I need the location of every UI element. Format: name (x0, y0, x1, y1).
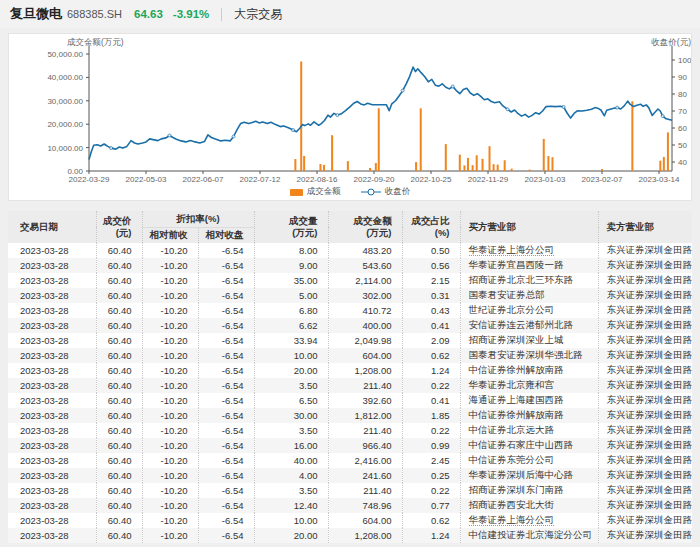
svg-text:50,000.00: 50,000.00 (47, 50, 83, 59)
cell-seller: 东兴证券深圳金田路 (598, 348, 692, 363)
cell-rel-prev-close: -10.20 (142, 243, 198, 258)
cell-price: 60.40 (96, 453, 142, 468)
legend-item-close[interactable]: 收盘价 (361, 186, 411, 198)
svg-text:2022-10-25: 2022-10-25 (411, 175, 452, 184)
table-row: 2023-03-2860.40-10.20-6.5420.001,208.001… (8, 363, 692, 378)
cell-price: 60.40 (96, 333, 142, 348)
cell-amount: 400.00 (328, 318, 402, 333)
cell-rel-close: -6.54 (198, 288, 254, 303)
cell-seller: 东兴证券深圳金田路 (598, 528, 692, 543)
svg-text:收盘价(元): 收盘价(元) (651, 37, 691, 47)
buyer-branch-link[interactable]: 华泰证券上海分公司 (469, 244, 555, 256)
cell-seller: 东兴证券深圳金田路 (598, 423, 692, 438)
cell-ratio: 0.31 (402, 288, 460, 303)
cell-rel-close: -6.54 (198, 348, 254, 363)
table-header: 交易日期 成交价(元) 折扣率(%) 成交量(万元) 成交金额(万元) 成交占比… (8, 211, 692, 243)
svg-text:2022-03-29: 2022-03-29 (69, 175, 110, 184)
cell-volume: 30.00 (254, 408, 328, 423)
cell-price: 60.40 (96, 408, 142, 423)
cell-amount: 1,208.00 (328, 528, 402, 543)
cell-ratio: 0.56 (402, 258, 460, 273)
cell-buyer: 招商证券西安北大街 (460, 498, 598, 513)
cell-ratio: 2.09 (402, 333, 460, 348)
cell-buyer: 华泰证券宜昌西陵一路 (460, 258, 598, 273)
cell-volume: 33.94 (254, 333, 328, 348)
cell-price: 60.40 (96, 423, 142, 438)
cell-volume: 40.00 (254, 453, 328, 468)
stock-change-percent: -3.91% (173, 8, 209, 20)
cell-amount: 211.40 (328, 423, 402, 438)
cell-price: 60.40 (96, 363, 142, 378)
cell-rel-prev-close: -10.20 (142, 333, 198, 348)
cell-rel-prev-close: -10.20 (142, 408, 198, 423)
cell-price: 60.40 (96, 303, 142, 318)
cell-date: 2023-03-28 (8, 408, 96, 423)
cell-rel-close: -6.54 (198, 393, 254, 408)
svg-text:2022-06-07: 2022-06-07 (183, 175, 224, 184)
cell-price: 60.40 (96, 378, 142, 393)
cell-seller: 东兴证券深圳金田路 (598, 318, 692, 333)
cell-buyer: 华泰证券上海分公司 (460, 243, 598, 258)
cell-seller: 东兴证券深圳金田路 (598, 303, 692, 318)
table-row: 2023-03-2860.40-10.20-6.546.80410.720.43… (8, 303, 692, 318)
cell-date: 2023-03-28 (8, 468, 96, 483)
cell-ratio: 0.25 (402, 468, 460, 483)
cell-rel-close: -6.54 (198, 378, 254, 393)
svg-text:100: 100 (678, 56, 691, 65)
cell-price: 60.40 (96, 243, 142, 258)
table-row: 2023-03-2860.40-10.20-6.5420.001,208.001… (8, 528, 692, 543)
cell-price: 60.40 (96, 348, 142, 363)
cell-price: 60.40 (96, 528, 142, 543)
svg-text:2022-08-16: 2022-08-16 (297, 175, 338, 184)
cell-volume: 8.00 (254, 243, 328, 258)
cell-ratio: 0.41 (402, 393, 460, 408)
col-header-amount: 成交金额(万元) (328, 211, 402, 243)
cell-rel-close: -6.54 (198, 468, 254, 483)
cell-buyer: 招商证券深圳深业上城 (460, 333, 598, 348)
cell-rel-close: -6.54 (198, 453, 254, 468)
cell-rel-prev-close: -10.20 (142, 468, 198, 483)
cell-rel-close: -6.54 (198, 243, 254, 258)
cell-buyer: 国泰君安证券总部 (460, 288, 598, 303)
cell-rel-close: -6.54 (198, 438, 254, 453)
cell-volume: 35.00 (254, 273, 328, 288)
cell-buyer: 中信证券北京远大路 (460, 423, 598, 438)
cell-ratio: 1.24 (402, 363, 460, 378)
cell-seller: 东兴证券深圳金田路 (598, 513, 692, 528)
cell-buyer: 中信证券石家庄中山西路 (460, 438, 598, 453)
cell-rel-prev-close: -10.20 (142, 288, 198, 303)
cell-price: 60.40 (96, 258, 142, 273)
table-row: 2023-03-2860.40-10.20-6.546.50392.600.41… (8, 393, 692, 408)
cell-rel-prev-close: -10.20 (142, 513, 198, 528)
cell-amount: 302.00 (328, 288, 402, 303)
cell-rel-prev-close: -10.20 (142, 273, 198, 288)
cell-date: 2023-03-28 (8, 513, 96, 528)
cell-ratio: 0.22 (402, 378, 460, 393)
tab-block-trades[interactable]: 大宗交易 (234, 6, 282, 23)
cell-amount: 748.96 (328, 498, 402, 513)
cell-volume: 6.50 (254, 393, 328, 408)
cell-volume: 16.00 (254, 438, 328, 453)
cell-date: 2023-03-28 (8, 273, 96, 288)
col-header-discount-group: 折扣率(%) (142, 211, 254, 227)
svg-text:2022-07-12: 2022-07-12 (240, 175, 281, 184)
cell-volume: 5.00 (254, 288, 328, 303)
stock-code: 688385.SH (67, 8, 122, 20)
cell-ratio: 1.24 (402, 528, 460, 543)
cell-ratio: 1.85 (402, 408, 460, 423)
trades-tbody: 2023-03-2860.40-10.20-6.548.00483.200.50… (8, 243, 692, 543)
cell-rel-prev-close: -10.20 (142, 318, 198, 333)
stock-header: 复旦微电 688385.SH 64.63 -3.91% 大宗交易 (0, 0, 700, 28)
cell-ratio: 2.15 (402, 273, 460, 288)
legend-item-amount[interactable]: 成交金额 (290, 186, 341, 198)
cell-date: 2023-03-28 (8, 453, 96, 468)
table-row: 2023-03-2860.40-10.20-6.549.00543.600.56… (8, 258, 692, 273)
cell-rel-prev-close: -10.20 (142, 423, 198, 438)
cell-buyer: 海通证券上海建国西路 (460, 393, 598, 408)
buyer-branch-link[interactable]: 华泰证券上海分公司 (469, 514, 555, 526)
cell-seller: 东兴证券深圳金田路 (598, 408, 692, 423)
cell-price: 60.40 (96, 318, 142, 333)
svg-text:2023-03-14: 2023-03-14 (639, 175, 680, 184)
svg-text:2022-05-03: 2022-05-03 (126, 175, 167, 184)
cell-buyer: 招商证券北京北三环东路 (460, 273, 598, 288)
